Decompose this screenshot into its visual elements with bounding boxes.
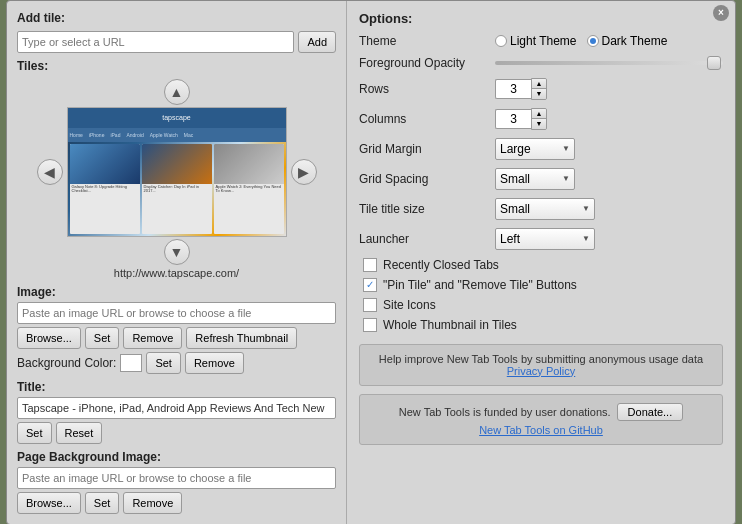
donate-text: New Tab Tools is funded by user donation… [399,406,611,418]
tile-title-size-row: Tile title size Small ▼ [359,198,723,220]
tile-up-arrow[interactable]: ▲ [164,79,190,105]
launcher-row: Launcher Left ▼ [359,228,723,250]
preview-nav: Home iPhone iPad Android Apple Watch Mac [68,128,286,142]
preview-nav-item: Android [126,132,143,138]
bg-remove-button[interactable]: Remove [185,352,244,374]
opacity-label: Foreground Opacity [359,56,489,70]
rows-up-button[interactable]: ▲ [532,79,546,89]
donate-button[interactable]: Donate... [617,403,684,421]
columns-arrows: ▲ ▼ [531,108,547,130]
launcher-select[interactable]: Left ▼ [495,228,595,250]
tile-url: http://www.tapscape.com/ [114,267,239,279]
opacity-slider-track [495,61,723,65]
launcher-value: Left [500,232,520,246]
page-bg-remove-button[interactable]: Remove [123,492,182,514]
theme-radio-group: Light Theme Dark Theme [495,34,667,48]
grid-margin-value: Large [500,142,531,156]
opacity-slider-thumb[interactable] [707,56,721,70]
site-icons-label: Site Icons [383,298,436,312]
opacity-row: Foreground Opacity [359,56,723,70]
preview-nav-item: iPhone [89,132,105,138]
title-buttons: Set Reset [17,422,336,444]
tile-nav-row: ◀ tapscape Home iPhone iPad Android [17,107,336,237]
columns-label: Columns [359,112,489,126]
bg-color-label: Background Color: [17,356,116,370]
tile-title-size-label: Tile title size [359,202,489,216]
title-reset-button[interactable]: Reset [56,422,103,444]
pin-remove-checkbox[interactable] [363,278,377,292]
add-button[interactable]: Add [298,31,336,53]
help-section: Help improve New Tab Tools by submitting… [359,344,723,386]
privacy-link[interactable]: Privacy Policy [370,365,712,377]
light-theme-label[interactable]: Light Theme [495,34,577,48]
close-button[interactable]: × [713,5,729,21]
pin-remove-label: "Pin Tile" and "Remove Tile" Buttons [383,278,577,292]
theme-label: Theme [359,34,489,48]
recently-closed-checkbox[interactable] [363,258,377,272]
tile-next-arrow[interactable]: ▶ [291,159,317,185]
tile-title-size-value: Small [500,202,530,216]
image-input[interactable] [17,302,336,324]
github-link[interactable]: New Tab Tools on GitHub [370,424,712,436]
tile-prev-arrow[interactable]: ◀ [37,159,63,185]
title-label: Title: [17,380,336,394]
rows-label: Rows [359,82,489,96]
rows-input[interactable] [495,79,531,99]
image-buttons: Browse... Set Remove Refresh Thumbnail [17,327,336,349]
preview-card-text: Display Catcher: Day In iPad in 2017... [142,184,212,196]
options-label: Options: [359,11,723,26]
columns-down-button[interactable]: ▼ [532,119,546,129]
preview-nav-item: Mac [184,132,193,138]
grid-margin-label: Grid Margin [359,142,489,156]
page-bg-buttons: Browse... Set Remove [17,492,336,514]
preview-card-text: Galaxy Note 8: Upgrade Hitting Checklist… [70,184,140,196]
dark-theme-radio[interactable] [587,35,599,47]
light-theme-radio[interactable] [495,35,507,47]
preview-card: Apple Watch 2: Everything You Need To Kn… [214,144,284,234]
columns-spinner: ▲ ▼ [495,108,547,130]
preview-header-text: tapscape [72,114,282,121]
preview-card-text: Apple Watch 2: Everything You Need To Kn… [214,184,284,196]
columns-row: Columns ▲ ▼ [359,108,723,130]
bg-color-row: Background Color: Set Remove [17,352,336,374]
url-input[interactable] [17,31,294,53]
rows-down-button[interactable]: ▼ [532,89,546,99]
tile-preview: tapscape Home iPhone iPad Android Apple … [67,107,287,237]
grid-margin-arrow: ▼ [562,144,570,153]
launcher-arrow: ▼ [582,234,590,243]
refresh-thumbnail-button[interactable]: Refresh Thumbnail [186,327,297,349]
site-icons-checkbox[interactable] [363,298,377,312]
tile-title-size-select[interactable]: Small ▼ [495,198,595,220]
grid-spacing-select[interactable]: Small ▼ [495,168,575,190]
title-input[interactable] [17,397,336,419]
donate-section: New Tab Tools is funded by user donation… [359,394,723,445]
title-set-button[interactable]: Set [17,422,52,444]
image-label: Image: [17,285,336,299]
image-section: Image: Browse... Set Remove Refresh Thum… [17,285,336,374]
rows-spinner: ▲ ▼ [495,78,547,100]
columns-up-button[interactable]: ▲ [532,109,546,119]
rows-arrows: ▲ ▼ [531,78,547,100]
left-panel: Add tile: Add Tiles: ▲ ◀ tapscape [7,1,347,524]
dark-theme-label[interactable]: Dark Theme [587,34,668,48]
grid-margin-select[interactable]: Large ▼ [495,138,575,160]
checkboxes-section: Recently Closed Tabs "Pin Tile" and "Rem… [359,258,723,332]
columns-input[interactable] [495,109,531,129]
whole-thumbnail-checkbox[interactable] [363,318,377,332]
browse-button[interactable]: Browse... [17,327,81,349]
tiles-label: Tiles: [17,59,336,73]
preview-content: Galaxy Note 8: Upgrade Hitting Checklist… [68,142,286,236]
page-bg-browse-button[interactable]: Browse... [17,492,81,514]
page-bg-input[interactable] [17,467,336,489]
preview-header: tapscape [68,108,286,128]
opacity-slider-container [495,56,723,70]
preview-nav-item: Apple Watch [150,132,178,138]
set-image-button[interactable]: Set [85,327,120,349]
bg-color-swatch[interactable] [120,354,142,372]
help-text: Help improve New Tab Tools by submitting… [370,353,712,365]
preview-card: Galaxy Note 8: Upgrade Hitting Checklist… [70,144,140,234]
bg-set-button[interactable]: Set [146,352,181,374]
remove-image-button[interactable]: Remove [123,327,182,349]
page-bg-set-button[interactable]: Set [85,492,120,514]
tile-down-arrow[interactable]: ▼ [164,239,190,265]
